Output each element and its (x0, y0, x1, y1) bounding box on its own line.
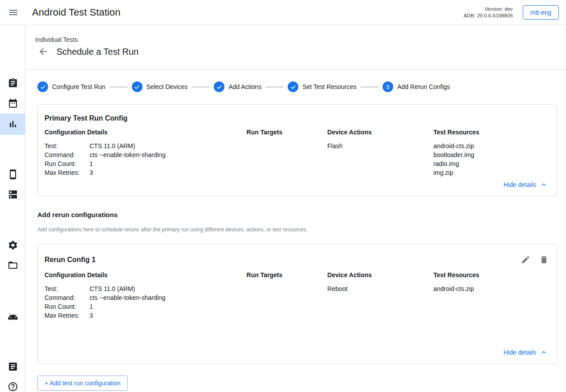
breadcrumb: Individual Tests (35, 36, 566, 43)
detail-row: Max Retries:3 (45, 311, 247, 320)
page-header: Individual Tests Schedule a Test Run (26, 25, 566, 70)
main-content: Individual Tests Schedule a Test Run Con… (26, 25, 566, 392)
sidebar (0, 25, 25, 392)
sidebar-item-help[interactable] (0, 376, 25, 392)
stepper: Configure Test Run Select Devices Add Ac… (37, 81, 557, 92)
chevron-up-icon (540, 181, 548, 189)
sidebar-item-file-browser[interactable] (0, 255, 25, 275)
hamburger-menu-icon[interactable] (0, 7, 27, 18)
configuration-details-column: Configuration Details Test:CTS 11.0 (ARM… (45, 271, 247, 320)
step-label: Add Rerun Configs (397, 83, 450, 90)
rerun-section-heading: Add rerun configurations (37, 211, 557, 218)
delete-button[interactable] (538, 254, 550, 265)
detail-row: Command:cts --enable-token-sharding (45, 293, 247, 302)
sidebar-item-test-runs[interactable] (0, 113, 25, 135)
sidebar-item-docs[interactable] (0, 356, 25, 376)
test-resource: radio.img (433, 159, 550, 168)
column-header: Run Targets (247, 129, 327, 136)
detail-row: Run Count:1 (45, 159, 247, 168)
app-header: Android Test Station Version: dev ADB: 2… (0, 0, 566, 25)
app-title: Android Test Station (32, 7, 121, 18)
hide-details-link[interactable]: Hide details (504, 348, 548, 356)
storage-icon (8, 189, 18, 200)
user-account-button[interactable]: mtt-eng (523, 5, 559, 20)
detail-row: Run Count:1 (45, 302, 247, 311)
card-title: Primary Test Run Config (45, 114, 127, 122)
test-resources-column: Test Resources android-cts.zip bootloade… (433, 129, 550, 177)
step-label: Configure Test Run (52, 83, 106, 90)
column-header: Device Actions (327, 271, 433, 279)
detail-row: Test:CTS 11.0 (ARM) (45, 284, 247, 293)
test-resource: img.zip (433, 168, 550, 177)
step-label: Add Actions (228, 83, 261, 90)
add-test-run-configuration-button[interactable]: + Add test run configuration (37, 376, 128, 391)
folder-icon (8, 260, 18, 271)
device-actions-column: Device Actions Flash (327, 129, 433, 177)
notes-icon (8, 361, 18, 372)
smartphone-icon (8, 169, 18, 180)
configuration-details-column: Configuration Details Test:CTS 11.0 (ARM… (45, 129, 247, 177)
hide-details-link[interactable]: Hide details (504, 181, 548, 189)
back-arrow-icon (38, 46, 49, 57)
sidebar-item-hosts[interactable] (0, 184, 25, 204)
chevron-up-icon (540, 348, 548, 356)
step-select-devices[interactable]: Select Devices (132, 81, 188, 92)
sidebar-item-test-suites[interactable] (0, 73, 25, 93)
step-connector (360, 86, 379, 88)
step-label: Select Devices (147, 83, 188, 90)
settings-gear-icon (8, 240, 18, 251)
detail-row: Command:cts --enable-token-sharding (45, 150, 247, 159)
step-set-test-resources[interactable]: Set Test Resources (288, 81, 356, 92)
page-title: Schedule a Test Run (57, 47, 138, 57)
help-icon (8, 381, 18, 392)
test-resource: bootloader.img (433, 150, 550, 159)
column-header: Configuration Details (45, 129, 247, 136)
pencil-icon (521, 255, 530, 264)
card-title: Rerun Config 1 (45, 256, 96, 264)
run-targets-column: Run Targets (247, 271, 327, 320)
step-check-icon (288, 81, 298, 92)
test-resources-column: Test Resources android-cts.zip (433, 271, 550, 320)
step-add-rerun-configs[interactable]: 5 Add Rerun Configs (383, 81, 450, 92)
device-action: Flash (327, 141, 433, 150)
edit-button[interactable] (520, 254, 531, 265)
step-connector (191, 86, 210, 88)
sidebar-item-devices[interactable] (0, 164, 25, 184)
column-header: Configuration Details (45, 271, 247, 279)
detail-row: Test:CTS 11.0 (ARM) (45, 141, 247, 150)
bar-chart-icon (8, 119, 18, 129)
column-header: Test Resources (433, 129, 550, 136)
run-targets-column: Run Targets (247, 129, 327, 177)
test-resource: android-cts.zip (433, 141, 550, 150)
column-header: Device Actions (327, 129, 433, 136)
trash-icon (539, 255, 549, 264)
primary-config-card: Primary Test Run Config Configuration De… (37, 104, 557, 196)
step-connector (265, 86, 284, 88)
rerun-config-card: Rerun Config 1 Configuration Details Tes… (37, 244, 557, 364)
column-header: Run Targets (247, 271, 327, 279)
device-actions-column: Device Actions Reboot (327, 271, 433, 320)
step-configure-test-run[interactable]: Configure Test Run (37, 81, 106, 92)
step-connector (110, 86, 128, 88)
column-header: Test Resources (433, 271, 550, 279)
android-robot-icon (8, 310, 18, 321)
sidebar-item-test-plans[interactable] (0, 93, 25, 113)
detail-row: Max Retries:3 (45, 168, 247, 177)
version-line: Version: dev (464, 6, 513, 12)
back-button[interactable] (38, 46, 49, 57)
device-action: Reboot (327, 284, 433, 293)
step-check-icon (214, 81, 224, 92)
step-label: Set Test Resources (302, 83, 356, 90)
version-info: Version: dev ADB: 29.0.6-6198805 (464, 6, 513, 19)
assignment-icon (8, 78, 18, 89)
step-check-icon (37, 81, 48, 92)
step-check-icon (132, 81, 143, 92)
calendar-icon (8, 98, 18, 109)
adb-version-line: ADB: 29.0.6-6198805 (464, 12, 513, 19)
sidebar-item-android[interactable] (0, 305, 25, 325)
rerun-section-description: Add configurations here to schedule reru… (37, 226, 557, 233)
step-number: 5 (383, 81, 393, 92)
test-resource: android-cts.zip (433, 284, 550, 293)
sidebar-item-settings[interactable] (0, 235, 25, 255)
step-add-actions[interactable]: Add Actions (214, 81, 261, 92)
